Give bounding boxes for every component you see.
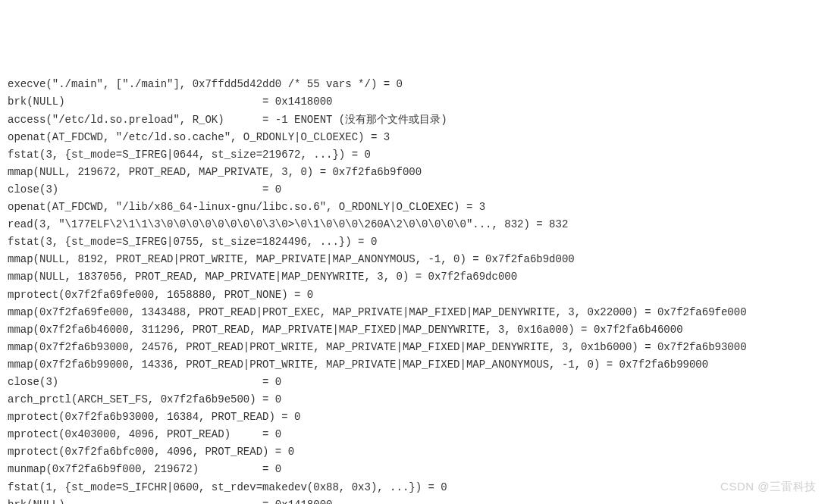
strace-output: execve("./main", ["./main"], 0x7ffdd5d42… [8,76,820,504]
strace-line: brk(NULL) = 0x1418000 [8,93,820,111]
strace-line: execve("./main", ["./main"], 0x7ffdd5d42… [8,76,820,93]
strace-line: mprotect(0x7f2fa6b93000, 16384, PROT_REA… [8,409,820,426]
strace-line: openat(AT_FDCWD, "/etc/ld.so.cache", O_R… [8,129,820,146]
strace-line: mmap(NULL, 219672, PROT_READ, MAP_PRIVAT… [8,164,820,181]
strace-line: openat(AT_FDCWD, "/lib/x86_64-linux-gnu/… [8,199,820,216]
strace-line: fstat(3, {st_mode=S_IFREG|0644, st_size=… [8,146,820,164]
strace-line: brk(NULL) = 0x1418000 [8,496,820,504]
strace-line: mprotect(0x7f2fa6bfc000, 4096, PROT_READ… [8,443,820,461]
strace-line: mmap(0x7f2fa6b93000, 24576, PROT_READ|PR… [8,339,820,356]
strace-line: arch_prctl(ARCH_SET_FS, 0x7f2fa6b9e500) … [8,391,820,409]
strace-line: mmap(NULL, 1837056, PROT_READ, MAP_PRIVA… [8,268,820,286]
strace-line: mmap(0x7f2fa6b99000, 14336, PROT_READ|PR… [8,356,820,374]
strace-line: access("/etc/ld.so.preload", R_OK) = -1 … [8,111,820,129]
strace-line: fstat(3, {st_mode=S_IFREG|0755, st_size=… [8,233,820,251]
strace-line: close(3) = 0 [8,374,820,391]
strace-line: read(3, "\177ELF\2\1\1\3\0\0\0\0\0\0\0\0… [8,216,820,233]
strace-line: fstat(1, {st_mode=S_IFCHR|0600, st_rdev=… [8,479,820,496]
strace-line: close(3) = 0 [8,181,820,199]
strace-line: mmap(NULL, 8192, PROT_READ|PROT_WRITE, M… [8,251,820,268]
strace-line: munmap(0x7f2fa6b9f000, 219672) = 0 [8,461,820,478]
watermark-text: CSDN @三雷科技 [720,477,817,496]
strace-line: mprotect(0x7f2fa69fe000, 1658880, PROT_N… [8,286,820,304]
strace-line: mprotect(0x403000, 4096, PROT_READ) = 0 [8,426,820,443]
strace-line: mmap(0x7f2fa6b46000, 311296, PROT_READ, … [8,321,820,339]
strace-line: mmap(0x7f2fa69fe000, 1343488, PROT_READ|… [8,304,820,321]
